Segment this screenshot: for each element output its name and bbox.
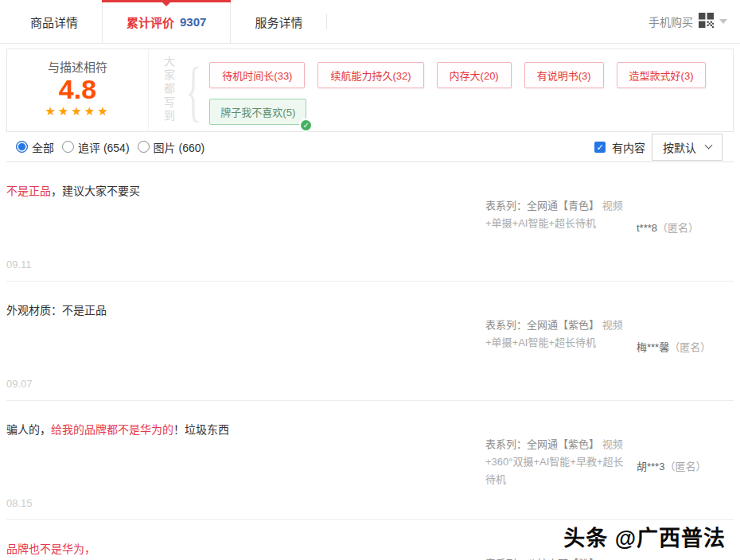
reviewer-id: 梅***馨: [637, 341, 669, 353]
caret-down-icon: [719, 19, 727, 28]
rating-block: 与描述相符 4.8 ★★★★★: [7, 49, 149, 131]
tab-bar: 商品详情 累计评价 9307 服务详情 手机购买: [0, 0, 740, 44]
anonymous-label: （匿名）: [664, 461, 706, 472]
review-item: 外观材质：不是正品 表系列：全网通【紫色】 视频+单摄+AI智能+超长待机 梅*…: [6, 282, 734, 401]
brace-decoration: {: [185, 56, 201, 127]
qr-code-icon: [699, 13, 714, 30]
tags-area: 大家都写到 { 待机时间长(33) 续航能力持久(32) 内存大(20) 有说明…: [149, 49, 733, 131]
has-content-checkbox[interactable]: ✓: [594, 142, 606, 153]
filter-right-controls: ✓ 有内容 按默认: [594, 134, 734, 161]
review-tag-negative[interactable]: 牌子我不喜欢(5) ✓: [209, 99, 306, 125]
has-content-label: 有内容: [612, 139, 645, 155]
reviewer-name: t***8（匿名）: [637, 220, 699, 235]
review-text-plain: 骗人的，: [6, 423, 51, 436]
review-tag-standby[interactable]: 待机时间长(33): [209, 62, 305, 88]
anonymous-label: （匿名）: [669, 341, 711, 353]
rating-stars: ★★★★★: [7, 104, 148, 119]
review-tag-style[interactable]: 造型款式好(3): [617, 62, 707, 88]
review-tag-negative-label: 牌子我不喜欢(5): [209, 99, 306, 125]
sort-dropdown-label: 按默认: [663, 139, 696, 155]
rating-label: 与描述相符: [7, 58, 148, 75]
filter-all-option[interactable]: 全部: [16, 139, 54, 155]
review-text: 不是正品，建议大家不要买: [6, 162, 468, 198]
review-list: 不是正品，建议大家不要买 表系列：全网通【青色】 视频+单摄+AI智能+超长待机…: [6, 162, 734, 560]
review-text: 外观材质：不是正品: [6, 282, 468, 317]
filter-followup-option[interactable]: 追评 (654): [62, 139, 130, 155]
review-tag-battery[interactable]: 续航能力持久(32): [317, 62, 423, 88]
filter-images-option[interactable]: 图片 (660): [138, 139, 205, 155]
sku-info: 表系列：全网通【青色】 视频+单摄+AI智能+超长待机: [485, 197, 632, 235]
filter-bar: 全部 追评 (654) 图片 (660) ✓ 有内容 按默认: [6, 132, 734, 162]
review-item: 骗人的，给我的品牌都不是华为的！垃圾东西 表系列：全网通【紫色】 视频+360°…: [6, 401, 734, 520]
review-text: 品牌也不是华为，: [6, 520, 468, 556]
selected-check-icon: ✓: [299, 119, 313, 132]
mobile-buy-label: 手机购买: [648, 14, 693, 29]
review-tag-memory[interactable]: 内存大(20): [437, 62, 512, 88]
sku-series: 表系列：全网通【紫色】: [485, 438, 599, 450]
tab-cumulative-reviews[interactable]: 累计评价 9307: [102, 0, 231, 43]
tab-product-detail-label: 商品详情: [30, 14, 78, 30]
anonymous-label: （匿名）: [657, 222, 699, 234]
tags-intro-label: 大家都写到: [162, 56, 176, 127]
reviewer-name: 胡***3（匿名）: [637, 458, 706, 488]
review-date: 09.11: [6, 259, 32, 270]
filter-images-label: 图片 (660): [154, 139, 205, 155]
sort-dropdown[interactable]: 按默认: [652, 134, 722, 161]
review-text-highlight: 给我的品牌都不是华为的: [51, 423, 173, 436]
filter-followup-label: 追评 (654): [78, 139, 130, 155]
rating-score: 4.8: [7, 75, 148, 104]
review-text: 骗人的，给我的品牌都不是华为的！垃圾东西: [6, 401, 468, 437]
review-text-highlight: 不是正品: [6, 185, 51, 197]
radio-checked-icon: [16, 141, 28, 153]
reviewer-id: 胡***3: [637, 461, 664, 472]
mobile-buy-button[interactable]: 手机购买: [648, 0, 740, 43]
tab-service-detail[interactable]: 服务详情: [231, 0, 326, 43]
chevron-down-icon: [705, 142, 713, 150]
sku-info: 表系列：全网通【紫色】 视频+单摄+AI智能+超长待机: [485, 317, 632, 354]
tab-cumulative-reviews-label: 累计评价: [127, 14, 174, 30]
review-meta: 表系列：八核中配【粉】: [485, 555, 740, 560]
review-date: 08.15: [6, 497, 33, 509]
reviewer-id: t***8: [637, 222, 657, 234]
review-meta: 表系列：全网通【青色】 视频+单摄+AI智能+超长待机 t***8（匿名）: [485, 197, 740, 235]
sku-info: 表系列：八核中配【粉】: [485, 555, 632, 560]
tab-product-detail[interactable]: 商品详情: [6, 0, 102, 43]
review-meta: 表系列：全网通【紫色】 视频+360°双摄+AI智能+早教+超长待机 胡***3…: [485, 436, 740, 488]
radio-icon: [138, 141, 150, 153]
filter-all-label: 全部: [32, 139, 54, 155]
review-count-badge: 9307: [180, 15, 206, 29]
sku-series: 表系列：全网通【紫色】: [485, 319, 599, 331]
tags-list: 待机时间长(33) 续航能力持久(32) 内存大(20) 有说明书(3) 造型款…: [209, 56, 706, 125]
review-item: 不是正品，建议大家不要买 表系列：全网通【青色】 视频+单摄+AI智能+超长待机…: [6, 162, 734, 282]
sku-info: 表系列：全网通【紫色】 视频+360°双摄+AI智能+早教+超长待机: [485, 436, 632, 488]
review-text-highlight: 品牌也不是华为，: [6, 542, 95, 555]
review-tag-manual[interactable]: 有说明书(3): [524, 62, 604, 88]
reviewer-name: 梅***馨（匿名）: [637, 339, 711, 354]
review-text-plain: ，建议大家不要买: [51, 185, 140, 197]
review-date: 09.07: [6, 378, 33, 390]
filter-radio-group: 全部 追评 (654) 图片 (660): [6, 139, 212, 155]
review-meta: 表系列：全网通【紫色】 视频+单摄+AI智能+超长待机 梅***馨（匿名）: [485, 317, 740, 354]
review-text-plain: 外观材质：不是正品: [6, 304, 107, 317]
radio-icon: [62, 141, 74, 153]
review-page: 商品详情 累计评价 9307 服务详情 手机购买 与描述相符 4.8 ★★★★★: [0, 0, 740, 560]
watermark: 头条 @广西普法: [563, 521, 726, 552]
sku-series: 表系列：全网通【青色】: [485, 200, 599, 212]
tab-divider: [326, 14, 327, 29]
rating-summary-panel: 与描述相符 4.8 ★★★★★ 大家都写到 { 待机时间长(33) 续航能力持久…: [6, 49, 734, 132]
review-text-plain: ！垃圾东西: [173, 423, 229, 436]
tab-service-detail-label: 服务详情: [255, 14, 302, 30]
